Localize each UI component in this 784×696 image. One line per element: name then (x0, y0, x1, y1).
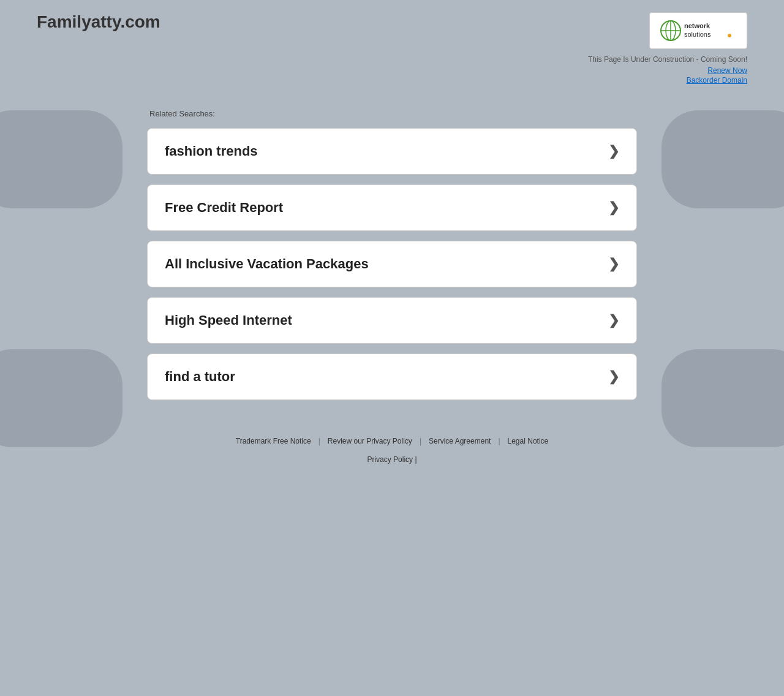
chevron-right-icon: ❯ (608, 256, 619, 272)
network-solutions-logo: network solutions (649, 12, 747, 49)
chevron-right-icon: ❯ (608, 143, 619, 159)
footer-privacy: Privacy Policy | (12, 455, 772, 464)
search-item-label: find a tutor (165, 369, 235, 385)
decorative-pill-left-top (0, 110, 123, 208)
header-links: Renew Now Backorder Domain (687, 66, 747, 85)
decorative-pill-right-top (662, 110, 784, 208)
footer-link[interactable]: Trademark Free Notice (228, 437, 318, 445)
footer-link[interactable]: Review our Privacy Policy (320, 437, 420, 445)
footer: Trademark Free Notice|Review our Privacy… (0, 400, 784, 476)
privacy-policy-link[interactable]: Privacy Policy (367, 455, 413, 464)
svg-text:solutions: solutions (684, 31, 711, 38)
search-item-label: Free Credit Report (165, 200, 283, 216)
renew-now-link[interactable]: Renew Now (707, 66, 747, 75)
backorder-domain-link[interactable]: Backorder Domain (687, 76, 747, 85)
footer-pipe: | (415, 455, 417, 464)
search-items-list: fashion trends❯Free Credit Report❯All In… (147, 128, 637, 400)
footer-links: Trademark Free Notice|Review our Privacy… (12, 437, 772, 445)
header-right: network solutions This Page Is Under Con… (588, 12, 747, 85)
construction-text: This Page Is Under Construction - Coming… (588, 55, 747, 64)
search-item[interactable]: find a tutor❯ (147, 354, 637, 400)
search-item[interactable]: Free Credit Report❯ (147, 184, 637, 231)
chevron-right-icon: ❯ (608, 200, 619, 216)
search-item[interactable]: All Inclusive Vacation Packages❯ (147, 241, 637, 287)
header: Familyatty.com network solutions This Pa… (0, 0, 784, 91)
chevron-right-icon: ❯ (608, 312, 619, 328)
svg-text:network: network (684, 22, 710, 29)
related-searches-label: Related Searches: (147, 109, 637, 118)
search-item-label: High Speed Internet (165, 312, 292, 328)
search-item-label: All Inclusive Vacation Packages (165, 256, 369, 272)
site-title[interactable]: Familyatty.com (37, 12, 160, 32)
chevron-right-icon: ❯ (608, 369, 619, 385)
search-item[interactable]: fashion trends❯ (147, 128, 637, 175)
footer-link[interactable]: Service Agreement (421, 437, 498, 445)
search-item[interactable]: High Speed Internet❯ (147, 297, 637, 344)
ns-logo-svg: network solutions (658, 18, 738, 43)
svg-point-6 (728, 34, 731, 37)
footer-link[interactable]: Legal Notice (500, 437, 556, 445)
search-item-label: fashion trends (165, 143, 258, 159)
main-content: Related Searches: fashion trends❯Free Cr… (135, 109, 649, 400)
